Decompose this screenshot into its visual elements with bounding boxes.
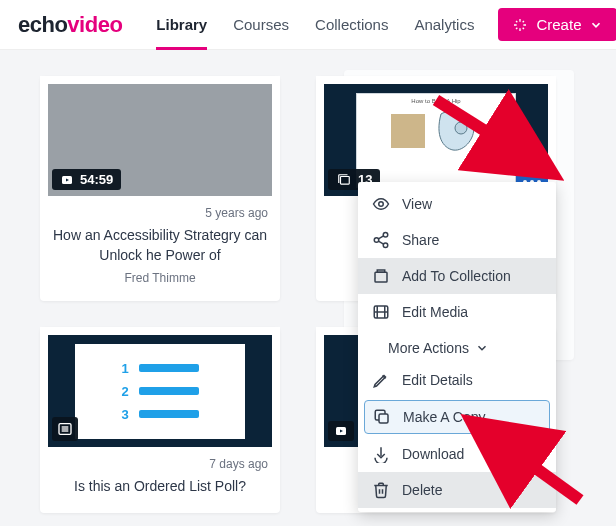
svg-point-12 xyxy=(374,238,379,243)
create-label: Create xyxy=(536,16,581,33)
svg-rect-22 xyxy=(379,414,388,423)
main-nav: Library Courses Collections Analytics xyxy=(156,8,474,41)
trash-icon xyxy=(372,481,390,499)
svg-rect-16 xyxy=(375,272,387,282)
menu-edit-details[interactable]: Edit Details xyxy=(358,362,556,398)
menu-label: Make A Copy xyxy=(403,409,486,425)
type-badge xyxy=(328,421,354,441)
card-age: 7 days ago xyxy=(209,457,268,471)
menu-add-collection[interactable]: Add To Collection xyxy=(358,258,556,294)
menu-label: View xyxy=(402,196,432,212)
menu-more-actions[interactable]: More Actions xyxy=(358,330,556,362)
poll-icon xyxy=(56,421,74,437)
media-card[interactable]: 54:59 5 years ago How an Accessibility S… xyxy=(40,76,280,301)
topbar: echovideo Library Courses Collections An… xyxy=(0,0,616,50)
chevron-down-icon xyxy=(475,341,489,355)
download-icon xyxy=(372,445,390,463)
type-badge xyxy=(52,417,78,441)
card-thumbnail[interactable]: 54:59 xyxy=(40,76,280,196)
copy-icon xyxy=(373,408,391,426)
context-menu: View Share Add To Collection Edit Media … xyxy=(358,182,556,512)
menu-view[interactable]: View xyxy=(358,186,556,222)
pencil-icon xyxy=(372,371,390,389)
slide-image-right xyxy=(431,106,481,156)
logo-echo: echo xyxy=(18,12,67,38)
menu-download[interactable]: Download xyxy=(358,436,556,472)
svg-point-10 xyxy=(379,202,384,207)
collection-icon xyxy=(372,267,390,285)
svg-line-14 xyxy=(378,236,383,239)
film-icon xyxy=(372,303,390,321)
ol-num: 3 xyxy=(121,407,128,422)
svg-point-13 xyxy=(383,243,388,248)
menu-edit-media[interactable]: Edit Media xyxy=(358,294,556,330)
svg-line-15 xyxy=(378,241,383,244)
duration-badge: 54:59 xyxy=(52,169,121,190)
media-card[interactable]: 1 2 3 7 days ago Is this an Ordered List… xyxy=(40,327,280,513)
menu-share[interactable]: Share xyxy=(358,222,556,258)
svg-point-11 xyxy=(383,233,388,238)
svg-rect-17 xyxy=(377,270,385,272)
card-age: 5 years ago xyxy=(205,206,268,220)
ordered-list-graphic: 1 2 3 xyxy=(121,361,198,422)
nav-analytics[interactable]: Analytics xyxy=(414,8,474,41)
nav-collections[interactable]: Collections xyxy=(315,8,388,41)
duration-text: 54:59 xyxy=(80,172,113,187)
chevron-down-icon xyxy=(589,18,603,32)
card-title: How an Accessibility Strategry can Unloc… xyxy=(52,226,268,265)
slide-image-left xyxy=(391,114,425,148)
menu-label: Delete xyxy=(402,482,442,498)
logo[interactable]: echovideo xyxy=(18,12,122,38)
card-body: 7 days ago Is this an Ordered List Poll? xyxy=(40,447,280,513)
menu-label: Edit Media xyxy=(402,304,468,320)
slides-icon xyxy=(336,173,352,187)
slide-title: How to Build A Hip xyxy=(411,98,460,104)
play-icon xyxy=(60,174,74,186)
nav-library[interactable]: Library xyxy=(156,8,207,41)
menu-label: Edit Details xyxy=(402,372,473,388)
menu-label: Download xyxy=(402,446,464,462)
sparkle-icon xyxy=(512,17,528,33)
play-icon xyxy=(334,425,348,437)
card-thumbnail[interactable]: 1 2 3 xyxy=(40,327,280,447)
menu-delete[interactable]: Delete xyxy=(358,472,556,508)
share-icon xyxy=(372,231,390,249)
menu-label: More Actions xyxy=(388,340,469,356)
ol-num: 2 xyxy=(121,384,128,399)
nav-courses[interactable]: Courses xyxy=(233,8,289,41)
logo-video: video xyxy=(67,12,122,38)
card-author: Fred Thimme xyxy=(124,271,195,285)
card-thumbnail[interactable]: How to Build A Hip 13 xyxy=(316,76,556,196)
ol-num: 1 xyxy=(121,361,128,376)
create-button[interactable]: Create xyxy=(498,8,616,41)
card-title: Is this an Ordered List Poll? xyxy=(74,477,246,497)
svg-rect-3 xyxy=(341,176,350,184)
menu-make-copy[interactable]: Make A Copy xyxy=(364,400,550,434)
eye-icon xyxy=(372,195,390,213)
card-body: 5 years ago How an Accessibility Strateg… xyxy=(40,196,280,301)
menu-label: Share xyxy=(402,232,439,248)
menu-label: Add To Collection xyxy=(402,268,511,284)
svg-point-2 xyxy=(455,122,467,134)
